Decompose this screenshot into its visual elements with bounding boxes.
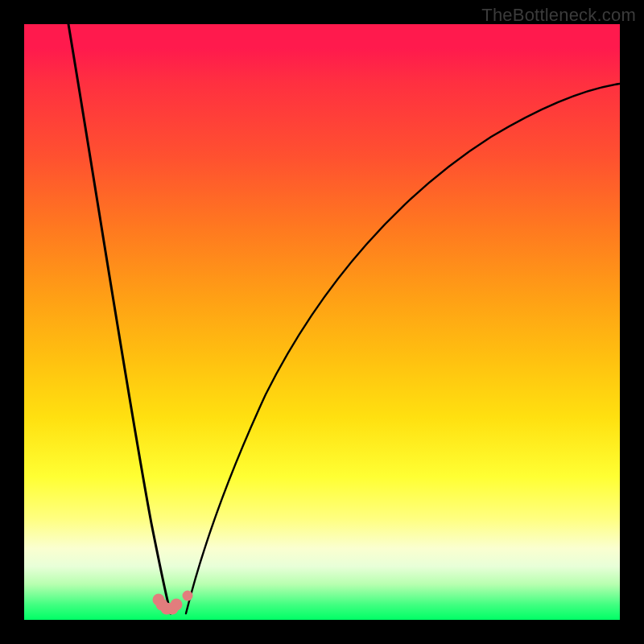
watermark-text: TheBottleneck.com (481, 5, 636, 26)
valley-marker (183, 591, 193, 601)
valley-marker (171, 599, 183, 611)
plot-area (24, 24, 620, 620)
curves-layer (24, 24, 620, 620)
right-curve (186, 84, 620, 613)
left-curve (68, 24, 171, 613)
